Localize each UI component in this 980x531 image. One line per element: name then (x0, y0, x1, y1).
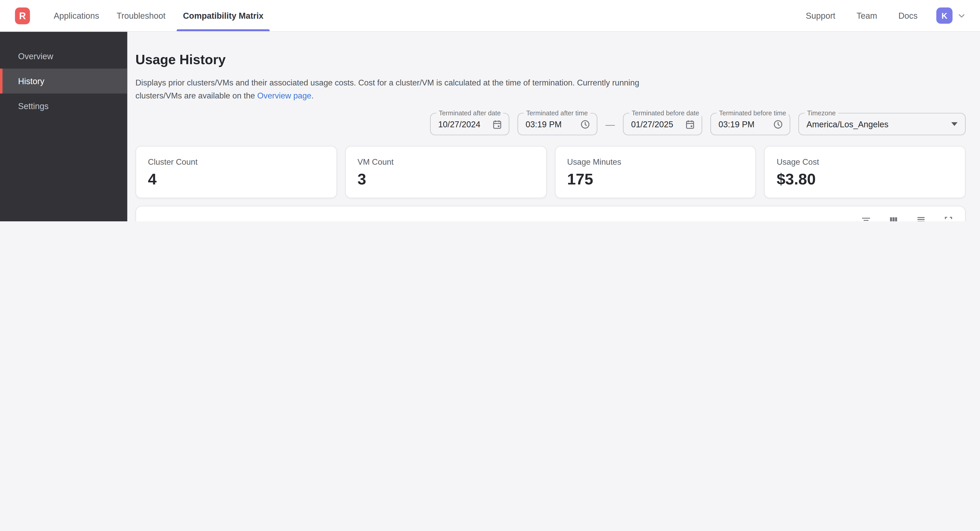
field-label: Terminated after date (436, 109, 503, 117)
usage-table-card: Actions Name⇅ By⇅ Cost⇅ Distribution⇅ Ty… (135, 206, 966, 221)
page-description: Displays prior clusters/VMs and their as… (135, 76, 641, 102)
stat-card-vm-count: VM Count 3 (345, 146, 547, 198)
primary-nav: Applications Troubleshoot Compatibility … (45, 0, 272, 31)
secondary-nav: Support Team Docs K (785, 8, 966, 24)
stat-card-usage-minutes: Usage Minutes 175 (555, 146, 756, 198)
field-value[interactable]: 10/27/2024 (438, 119, 480, 129)
nav-item-support[interactable]: Support (806, 11, 835, 20)
nav-item-docs[interactable]: Docs (898, 11, 918, 20)
stat-card-usage-cost: Usage Cost $3.80 (764, 146, 966, 198)
avatar[interactable]: K (936, 8, 953, 24)
account-menu[interactable]: K (936, 8, 966, 24)
nav-item-applications[interactable]: Applications (45, 0, 108, 31)
nav-item-label: Compatibility Matrix (183, 11, 264, 20)
calendar-icon[interactable] (492, 119, 503, 129)
filter-terminated-after-time[interactable]: Terminated after time 03:19 PM (517, 113, 597, 135)
date-range-dash: — (606, 119, 615, 129)
timezone-select[interactable]: Timezone America/Los_Angeles (799, 113, 966, 135)
filter-icon[interactable] (861, 215, 872, 221)
page-title: Usage History (135, 52, 966, 68)
replicated-logo[interactable]: R (15, 7, 30, 24)
field-label: Timezone (805, 109, 838, 117)
stat-value: 3 (358, 170, 534, 189)
sidebar-item-overview[interactable]: Overview (0, 44, 127, 68)
fullscreen-icon[interactable] (943, 215, 954, 221)
logo-letter: R (19, 10, 26, 21)
stats-row: Cluster Count 4 VM Count 3 Usage Minutes… (135, 146, 966, 198)
stat-value: $3.80 (776, 170, 953, 189)
density-icon[interactable] (916, 215, 926, 221)
clock-icon[interactable] (580, 119, 591, 129)
stat-label: Usage Minutes (567, 157, 744, 166)
stat-card-cluster-count: Cluster Count 4 (135, 146, 337, 198)
chevron-down-icon (957, 11, 966, 20)
calendar-icon[interactable] (685, 119, 695, 129)
top-navigation: R Applications Troubleshoot Compatibilit… (0, 0, 980, 32)
stat-label: VM Count (358, 157, 534, 166)
stat-label: Cluster Count (148, 157, 325, 166)
field-label: Terminated before time (716, 109, 789, 117)
field-value[interactable]: 03:19 PM (526, 119, 562, 129)
field-label: Terminated before date (629, 109, 702, 117)
filter-terminated-after-date[interactable]: Terminated after date 10/27/2024 (430, 113, 509, 135)
nav-item-troubleshoot[interactable]: Troubleshoot (108, 0, 174, 31)
filter-terminated-before-time[interactable]: Terminated before time 03:19 PM (710, 113, 790, 135)
caret-down-icon[interactable] (951, 122, 959, 126)
sidebar-item-settings[interactable]: Settings (0, 94, 127, 119)
description-period: . (311, 91, 313, 100)
table-toolbar (136, 206, 965, 221)
filter-terminated-before-date[interactable]: Terminated before date 01/27/2025 (623, 113, 702, 135)
app-root: R Applications Troubleshoot Compatibilit… (0, 0, 980, 221)
active-tab-underline (177, 29, 270, 31)
field-value[interactable]: America/Los_Angeles (807, 119, 888, 129)
filter-bar: Terminated after date 10/27/2024 Termina… (135, 113, 966, 135)
nav-item-team[interactable]: Team (856, 11, 877, 20)
nav-item-compatibility-matrix[interactable]: Compatibility Matrix (174, 0, 272, 31)
clock-icon[interactable] (773, 119, 783, 129)
columns-icon[interactable] (888, 215, 899, 221)
stat-value: 4 (148, 170, 325, 189)
field-label: Terminated after time (524, 109, 590, 117)
sidebar: Overview History Settings (0, 32, 127, 221)
sidebar-item-history[interactable]: History (0, 68, 127, 94)
overview-page-link[interactable]: Overview page (257, 91, 311, 100)
field-value[interactable]: 03:19 PM (718, 119, 754, 129)
stat-label: Usage Cost (776, 157, 953, 166)
stat-value: 175 (567, 170, 744, 189)
field-value[interactable]: 01/27/2025 (631, 119, 673, 129)
main-content: Usage History Displays prior clusters/VM… (127, 32, 980, 221)
description-text: Displays prior clusters/VMs and their as… (135, 78, 639, 100)
